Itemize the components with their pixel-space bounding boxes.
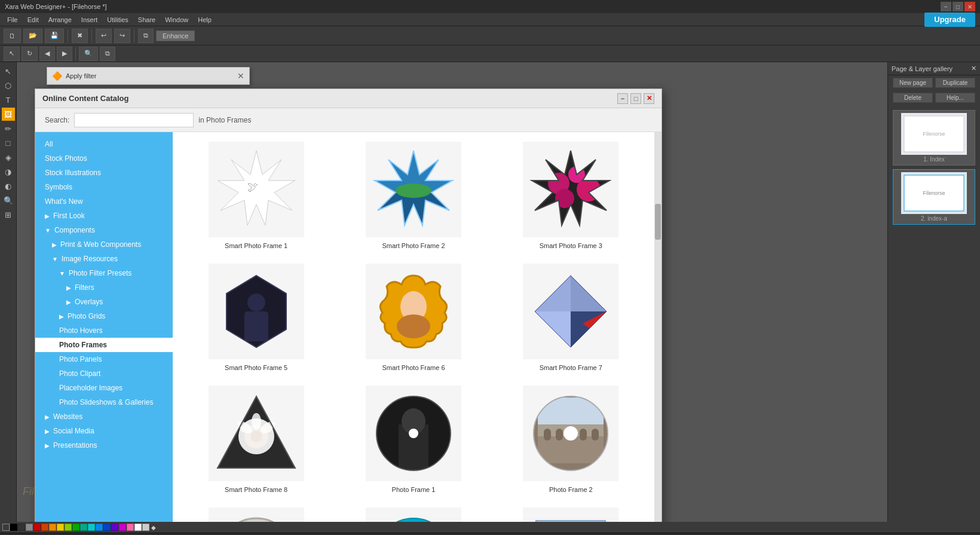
catalog-minimize-btn[interactable]: − xyxy=(617,93,628,104)
search-input[interactable] xyxy=(74,113,194,127)
sidebar-photo-hovers[interactable]: Photo Hovers xyxy=(35,323,173,338)
close-window-button[interactable]: ✕ xyxy=(964,2,975,11)
sidebar-stock-illustrations[interactable]: Stock Illustrations xyxy=(35,166,173,180)
catalog-item-pf2[interactable]: Photo Frame 2 xyxy=(497,386,645,493)
view-tool[interactable]: ⊞ xyxy=(2,208,15,221)
menu-file[interactable]: File xyxy=(2,15,23,25)
upgrade-button[interactable]: Upgrade xyxy=(924,13,975,27)
pen-tool[interactable]: ✏ xyxy=(2,122,15,135)
sidebar-photo-panels[interactable]: Photo Panels xyxy=(35,352,173,366)
scroll-thumb[interactable] xyxy=(655,204,661,240)
sidebar-placeholder-images[interactable]: Placeholder Images xyxy=(35,381,173,395)
panel-close-icon[interactable]: ✕ xyxy=(971,65,976,72)
menu-utilities[interactable]: Utilities xyxy=(102,15,133,25)
sidebar-presentations[interactable]: ▶ Presentations xyxy=(35,438,173,453)
swatch-orange[interactable] xyxy=(49,524,56,531)
catalog-close-btn[interactable]: ✕ xyxy=(644,93,654,104)
zoom-tool-left[interactable]: 🔍 xyxy=(2,194,15,207)
swatch-pink[interactable] xyxy=(127,524,134,531)
catalog-maximize-btn[interactable]: □ xyxy=(630,93,641,104)
sidebar-photo-grids[interactable]: ▶ Photo Grids xyxy=(35,309,173,323)
swatch-none[interactable] xyxy=(2,524,10,531)
swatch-red[interactable] xyxy=(33,524,41,531)
catalog-item-pf5[interactable]: Photo Frame 5 xyxy=(497,508,645,522)
page-thumb-1[interactable]: Filenorse 1. Index xyxy=(893,110,975,166)
zoom-tool[interactable]: 🔍 xyxy=(79,47,98,61)
new-page-btn[interactable]: New page xyxy=(893,78,933,88)
sidebar-first-look[interactable]: ▶ First Look xyxy=(35,209,173,223)
help-btn[interactable]: Help... xyxy=(935,93,975,103)
catalog-item-pf3[interactable]: Photo Frame 3 xyxy=(182,508,330,522)
menu-arrange[interactable]: Arrange xyxy=(44,15,76,25)
swatch-dark-gray[interactable] xyxy=(18,524,25,531)
duplicate-btn[interactable]: Duplicate xyxy=(935,78,975,88)
nav-prev[interactable]: ◀ xyxy=(39,47,55,61)
undo-button[interactable]: ↩ xyxy=(96,29,112,43)
catalog-item-5[interactable]: Smart Photo Frame 5 xyxy=(182,264,330,371)
menu-edit[interactable]: Edit xyxy=(23,15,44,25)
sidebar-print-web[interactable]: ▶ Print & Web Components xyxy=(35,237,173,252)
sidebar-stock-photos[interactable]: Stock Photos xyxy=(35,151,173,166)
menu-window[interactable]: Window xyxy=(160,15,193,25)
swatch-yellow-green[interactable] xyxy=(65,524,72,531)
sidebar-social-media[interactable]: ▶ Social Media xyxy=(35,424,173,438)
sidebar-image-resources[interactable]: ▼ Image Resources xyxy=(35,252,173,266)
swatch-yellow[interactable] xyxy=(57,524,64,531)
menu-insert[interactable]: Insert xyxy=(76,15,103,25)
apply-filter-close[interactable]: ✕ xyxy=(237,71,244,81)
sidebar-photo-filter-presets[interactable]: ▼ Photo Filter Presets xyxy=(35,266,173,280)
sidebar-photo-slideshows[interactable]: Photo Slideshows & Galleries xyxy=(35,395,173,409)
redo-button[interactable]: ↪ xyxy=(114,29,130,43)
catalog-scrollbar[interactable] xyxy=(654,132,662,522)
copy-button[interactable]: ⧉ xyxy=(138,29,154,43)
text-tool[interactable]: T xyxy=(2,93,15,106)
catalog-item-pf4[interactable]: Photo Frame 4 xyxy=(339,508,487,522)
catalog-item-3[interactable]: Smart Photo Frame 3 xyxy=(497,142,645,249)
transparency-tool[interactable]: ◑ xyxy=(2,165,15,178)
menu-share[interactable]: Share xyxy=(133,15,160,25)
swatch-white[interactable] xyxy=(134,524,142,531)
shape-tool[interactable]: □ xyxy=(2,136,15,149)
swatch-magenta[interactable] xyxy=(119,524,126,531)
catalog-item-6[interactable]: Smart Photo Frame 6 xyxy=(339,264,487,371)
shadow-tool[interactable]: ◐ xyxy=(2,179,15,192)
enhance-button[interactable]: Enhance xyxy=(156,30,195,41)
swatch-black[interactable] xyxy=(10,524,17,531)
swatch-diamond-black[interactable]: ◆ xyxy=(150,524,157,531)
photo-tool[interactable]: 🖼 xyxy=(2,108,15,121)
node-tool[interactable]: ⬡ xyxy=(2,79,15,92)
catalog-item-8[interactable]: Smart Photo Frame 8 xyxy=(182,386,330,493)
maximize-button[interactable]: □ xyxy=(953,2,963,11)
selector-tool[interactable]: ↖ xyxy=(2,65,15,78)
sidebar-symbols[interactable]: Symbols xyxy=(35,180,173,194)
swatch-sky-blue[interactable] xyxy=(96,524,103,531)
catalog-item-7[interactable]: Smart Photo Frame 7 xyxy=(497,264,645,371)
swatch-orange-red[interactable] xyxy=(41,524,48,531)
new-button[interactable]: 🗋 xyxy=(4,29,21,43)
sidebar-all[interactable]: All xyxy=(35,137,173,151)
sidebar-photo-frames[interactable]: Photo Frames xyxy=(35,338,173,352)
page-thumb-2[interactable]: Filenorse 2. index-a xyxy=(893,169,975,225)
minimize-button[interactable]: − xyxy=(941,2,951,11)
catalog-item-pf1[interactable]: Photo Frame 1 xyxy=(339,386,487,493)
swatch-light-gray[interactable] xyxy=(142,524,149,531)
swatch-cyan[interactable] xyxy=(88,524,95,531)
select-tool[interactable]: ↖ xyxy=(4,47,20,61)
catalog-item-2[interactable]: Smart Photo Frame 2 xyxy=(339,142,487,249)
apply-filter-dialog[interactable]: 🔶 Apply filter ✕ xyxy=(47,67,250,85)
sidebar-overlays[interactable]: ▶ Overlays xyxy=(35,295,173,309)
sidebar-components[interactable]: ▼ Components xyxy=(35,223,173,237)
swatch-blue[interactable] xyxy=(103,524,111,531)
swatch-gray[interactable] xyxy=(26,524,33,531)
nav-next[interactable]: ▶ xyxy=(57,47,72,61)
sidebar-whats-new[interactable]: What's New xyxy=(35,194,173,209)
layers-btn[interactable]: ⧉ xyxy=(100,47,115,61)
delete-btn[interactable]: Delete xyxy=(893,93,933,103)
catalog-dialog[interactable]: Online Content Catalog − □ ✕ Search: in … xyxy=(35,88,662,522)
close-doc-button[interactable]: ✖ xyxy=(72,29,88,43)
sidebar-filters[interactable]: ▶ Filters xyxy=(35,280,173,295)
catalog-item-1[interactable]: 🕊 Smart Photo Frame 1 xyxy=(182,142,330,249)
swatch-green[interactable] xyxy=(72,524,79,531)
fill-tool[interactable]: ◈ xyxy=(2,151,15,164)
rotate-tool[interactable]: ↻ xyxy=(22,47,38,61)
